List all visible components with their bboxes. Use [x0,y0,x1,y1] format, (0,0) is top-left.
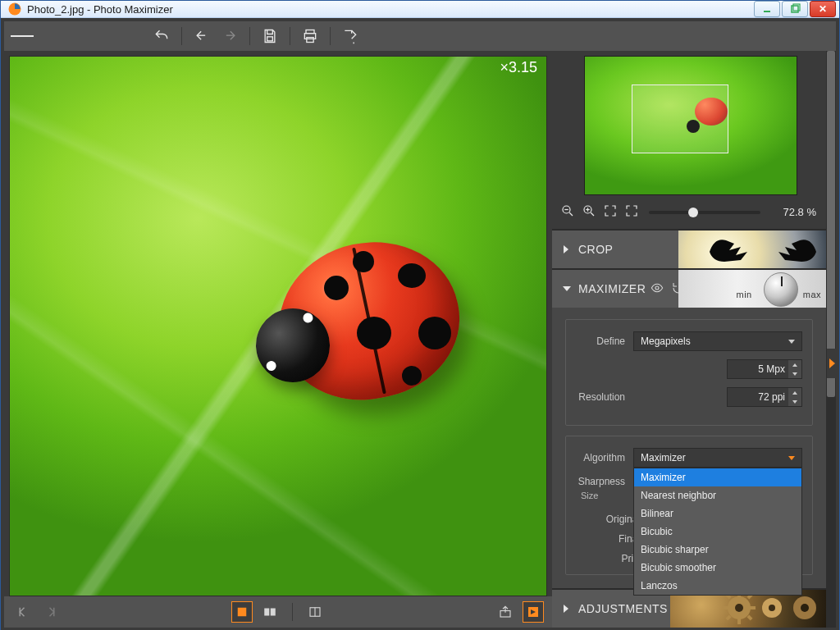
define-select[interactable]: Megapixels [633,331,802,351]
navigator-preview[interactable] [552,51,826,195]
chevron-right-icon [564,605,568,613]
algo-option-bilinear[interactable]: Bilinear [634,504,801,523]
min-label: min [736,290,751,299]
side-scrollbar[interactable] [826,51,836,628]
crop-hand-left-icon [708,235,757,263]
svg-point-24 [735,604,743,612]
export-button[interactable] [495,601,516,623]
svg-point-36 [801,604,809,612]
prev-image-button[interactable] [12,601,34,623]
algorithm-select[interactable]: Maximizer [633,448,802,468]
zoom-in-icon[interactable] [582,203,596,221]
maximizer-dial[interactable] [764,272,798,307]
side-expand-tab[interactable] [827,349,837,378]
algorithm-dropdown[interactable]: Maximizer Nearest neighbor Bilinear Bicu… [633,468,802,596]
chevron-down-icon [563,286,571,291]
resolution-field[interactable]: 72 ppi [727,387,802,407]
size-label: Size [581,491,598,500]
algo-option-maximizer[interactable]: Maximizer [634,468,801,486]
zoom-out-icon[interactable] [560,203,575,221]
navigator-selection[interactable] [632,84,729,153]
svg-rect-3 [793,4,800,11]
reset-icon[interactable] [672,281,685,297]
algorithm-label: Algorithm [576,452,633,463]
section-maximizer-title: MAXIMIZER [578,282,646,295]
compare-view-button[interactable] [259,601,281,623]
zoom-percent-label: 72.8 % [770,206,816,218]
print-button[interactable] [299,25,322,48]
zoom-slider[interactable] [649,211,760,214]
section-crop-header[interactable]: CROP [552,231,826,268]
algo-option-bicubic-sharper[interactable]: Bicubic sharper [634,541,801,559]
svg-rect-2 [792,6,798,12]
titlebar[interactable]: Photo_2.jpg - Photo Maximizer ✕ [1,1,839,18]
app-icon [7,2,22,16]
svg-rect-8 [264,609,269,616]
svg-rect-27 [723,606,729,609]
gear-icon [756,591,788,624]
visibility-icon[interactable] [673,601,686,617]
resolution-label: Resolution [576,391,633,403]
svg-rect-26 [737,618,741,624]
svg-line-18 [591,212,594,216]
chevron-right-icon [829,358,835,368]
crop-hand-right-icon [769,235,818,263]
photo [9,56,547,596]
close-button[interactable]: ✕ [810,1,836,17]
svg-rect-9 [270,609,275,616]
megapixels-field[interactable]: 5 Mpx [727,359,802,379]
apply-button[interactable] [523,601,544,623]
split-view-button[interactable] [304,601,326,623]
minimize-button[interactable] [754,1,780,17]
svg-rect-28 [749,606,756,609]
save-button[interactable] [258,25,281,48]
maximize-button[interactable] [782,1,808,17]
svg-rect-4 [267,37,273,41]
svg-point-22 [678,606,681,609]
bottom-toolbar [4,596,552,628]
svg-point-34 [769,605,775,611]
svg-rect-30 [746,614,752,620]
algo-option-bicubic-smoother[interactable]: Bicubic smoother [634,559,801,577]
actual-size-icon[interactable] [624,203,639,221]
share-button[interactable] [339,25,362,48]
undo-step-button[interactable] [190,25,213,48]
window-title: Photo_2.jpg - Photo Maximizer [27,3,173,16]
section-crop-title: CROP [578,243,613,256]
section-adjustments-title: ADJUSTMENTS [578,602,668,615]
zoom-factor-label: ×3.15 [500,59,537,76]
svg-rect-6 [307,38,313,43]
section-maximizer-header[interactable]: MAXIMIZER minmax [552,270,826,308]
menu-button[interactable] [11,25,34,48]
gear-icon [788,591,821,624]
svg-rect-7 [237,608,246,617]
svg-line-15 [569,212,573,216]
define-label: Define [576,336,633,347]
chevron-right-icon [564,245,568,253]
algo-option-lanczos[interactable]: Lanczos [634,577,801,595]
single-view-button[interactable] [231,601,253,623]
sharpness-label: Sharpness [576,476,633,487]
svg-point-21 [655,286,659,290]
visibility-icon[interactable] [651,281,664,297]
algo-option-nearest[interactable]: Nearest neighbor [634,486,801,504]
redo-step-button[interactable] [218,25,241,48]
gear-icon [723,591,756,624]
fit-screen-icon[interactable] [603,203,618,221]
max-label: max [803,290,821,299]
toolbar [4,21,836,51]
undo-button[interactable] [150,25,173,48]
next-image-button[interactable] [40,601,62,623]
algo-option-bicubic[interactable]: Bicubic [634,523,801,541]
svg-rect-32 [725,614,731,620]
canvas-area[interactable]: ×3.15 [4,51,552,596]
